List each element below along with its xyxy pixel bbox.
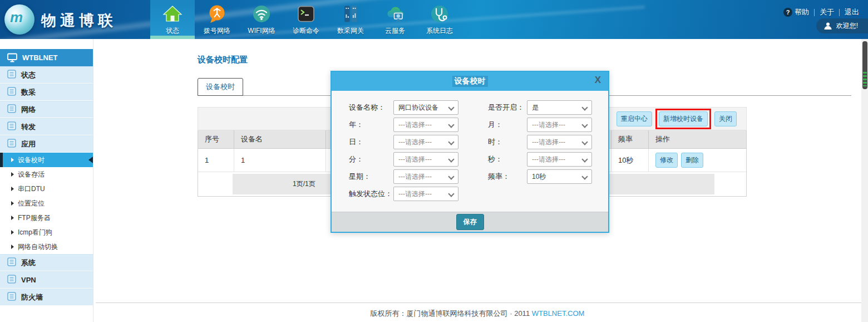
sidebar-item-data-collect[interactable]: 数采	[0, 84, 93, 101]
welcome-text: 欢迎您!	[836, 21, 858, 31]
column-header: 序号	[198, 130, 234, 148]
form-row: 日：---请选择---时：---请选择---	[349, 135, 608, 149]
dialog-header[interactable]: 设备校时 X	[332, 72, 608, 91]
highlight-annotation: 新增校时设备	[655, 109, 711, 129]
sidebar-item-system[interactable]: 系统	[0, 254, 93, 271]
selected-value: ---请选择---	[532, 138, 565, 147]
dialog-title: 设备校时	[452, 76, 488, 87]
sidebar-subitem-network-switch[interactable]: 网络自动切换	[0, 240, 93, 254]
week-select[interactable]: ---请选择---	[393, 169, 458, 184]
sidebar-item-status[interactable]: 状态	[0, 66, 93, 84]
triangle-icon	[11, 158, 14, 162]
welcome-badge[interactable]: 欢迎您!	[816, 18, 868, 33]
about-link[interactable]: 关于	[820, 7, 834, 17]
nav-item-status[interactable]: 状态	[150, 0, 195, 39]
day-label: 日：	[349, 137, 393, 147]
triangle-icon	[11, 187, 14, 191]
year-select[interactable]: ---请选择---	[393, 118, 458, 132]
sidebar-menu: 状态数采网络转发应用设备校时设备存活串口DTU位置定位FTP服务器Icmp看门狗…	[0, 66, 93, 306]
table-cell: 10秒	[611, 149, 649, 172]
nav-item-label: 数采网关	[337, 26, 364, 36]
sidebar-subitem-device-timing[interactable]: 设备校时	[0, 153, 93, 167]
sidebar-item-network[interactable]: 网络	[0, 101, 93, 118]
close-button[interactable]: 关闭	[714, 111, 737, 126]
sidebar-subitem-location[interactable]: 位置定位	[0, 196, 93, 211]
selected-value: 10秒	[532, 172, 546, 182]
tab-device-timing[interactable]: 设备校时	[198, 78, 243, 96]
dial-network-icon	[207, 3, 227, 25]
sidebar-subitem-label: 设备校时	[18, 155, 45, 165]
minute-select[interactable]: ---请选择---	[393, 152, 458, 167]
second-select[interactable]: ---请选择---	[527, 152, 592, 167]
day-select[interactable]: ---请选择---	[393, 135, 458, 149]
sidebar-item-vpn[interactable]: VPN	[0, 271, 93, 289]
sidebar-header: WTBLNET	[0, 49, 93, 66]
form-row: 年：---请选择---月：---请选择---	[349, 118, 608, 132]
hour-select[interactable]: ---请选择---	[527, 135, 592, 149]
dialog-form: 设备名称：网口协议设备是否开启：是年：---请选择---月：---请选择---日…	[332, 91, 608, 201]
sidebar-subitem-label: 设备存活	[18, 170, 45, 179]
nav-item-label: 拨号网络	[204, 26, 230, 36]
grid-icon	[7, 275, 16, 285]
restart-center-button[interactable]: 重启中心	[617, 111, 652, 126]
footer-link[interactable]: WTBLNET.COM	[532, 309, 585, 318]
form-row: 设备名称：网口协议设备是否开启：是	[349, 100, 608, 115]
scrollbar-track[interactable]	[861, 39, 868, 322]
selected-value: ---请选择---	[398, 172, 432, 182]
sidebar-subitem-label: Icmp看门狗	[18, 228, 52, 237]
nav-item-cloud-service[interactable]: 云服务	[373, 0, 417, 39]
sidebar-title: WTBLNET	[22, 53, 58, 62]
nav-item-diagnose-cmd[interactable]: 诊断命令	[284, 0, 328, 39]
close-icon[interactable]: X	[595, 75, 601, 85]
scrollbar-thumb[interactable]	[862, 41, 867, 89]
sidebar-item-label: 系统	[21, 258, 36, 268]
grid-icon	[7, 70, 16, 80]
sidebar-item-firewall[interactable]: 防火墙	[0, 289, 93, 306]
selected-value: 网口协议设备	[398, 103, 438, 113]
sidebar-item-app[interactable]: 应用	[0, 135, 93, 153]
sidebar-item-label: 数采	[21, 87, 36, 97]
logout-link[interactable]: 退出	[845, 7, 859, 17]
grid-icon	[7, 139, 16, 149]
enable-label: 是否开启：	[488, 103, 527, 113]
copyright-text: 版权所有：厦门物通博联网络科技有限公司 · 2011	[371, 309, 530, 318]
nav-item-dial-network[interactable]: 拨号网络	[195, 0, 239, 39]
top-header: m 物通博联 状态拨号网络WIFI网络诊断命令数采网关云服务系统日志 ?帮助 关…	[0, 0, 868, 39]
trigger-status-label: 触发状态位：	[349, 189, 393, 199]
month-select[interactable]: ---请选择---	[527, 118, 592, 132]
nav-item-wifi-network[interactable]: WIFI网络	[239, 0, 284, 39]
sidebar-subitem-ftp-server[interactable]: FTP服务器	[0, 211, 93, 225]
nav-item-data-gateway[interactable]: 数采网关	[328, 0, 373, 39]
divider	[814, 9, 815, 16]
terminal-icon	[296, 3, 316, 25]
device-timing-dialog: 设备校时 X 设备名称：网口协议设备是否开启：是年：---请选择---月：---…	[331, 71, 609, 233]
sidebar-item-forward[interactable]: 转发	[0, 118, 93, 135]
selected-value: ---请选择---	[398, 155, 432, 164]
add-timing-device-button[interactable]: 新增校时设备	[659, 111, 708, 126]
save-button[interactable]: 保存	[456, 214, 484, 230]
form-row: 分：---请选择---秒：---请选择---	[349, 152, 608, 167]
help-link[interactable]: ?帮助	[783, 7, 809, 17]
nav-item-system-log[interactable]: 系统日志	[417, 0, 462, 39]
modify-button[interactable]: 修改	[655, 153, 678, 168]
form-row: 触发状态位：---请选择---	[349, 187, 608, 201]
trigger-status-select[interactable]: ---请选择---	[393, 187, 458, 201]
sidebar-subitem-device-alive[interactable]: 设备存活	[0, 167, 93, 182]
sidebar-subitem-serial-dtu[interactable]: 串口DTU	[0, 182, 93, 196]
grid-icon	[7, 87, 16, 97]
minute-label: 分：	[349, 154, 393, 164]
footer: 版权所有：厦门物通博联网络科技有限公司 · 2011 WTBLNET.COM	[93, 309, 861, 319]
grid-icon	[7, 121, 16, 132]
device-name-select[interactable]: 网口协议设备	[393, 100, 458, 115]
frequency-select[interactable]: 10秒	[527, 169, 592, 184]
sidebar-subitem-label: 位置定位	[18, 199, 45, 208]
enable-select[interactable]: 是	[527, 100, 592, 115]
sidebar-item-label: VPN	[21, 276, 36, 284]
selected-value: ---请选择---	[532, 120, 565, 130]
triangle-icon	[11, 230, 14, 235]
gateway-icon	[341, 3, 361, 25]
sidebar-item-label: 转发	[21, 122, 36, 132]
stethoscope-icon	[430, 3, 450, 25]
delete-button[interactable]: 删除	[681, 153, 703, 168]
sidebar-subitem-icmp-watchdog[interactable]: Icmp看门狗	[0, 225, 93, 240]
